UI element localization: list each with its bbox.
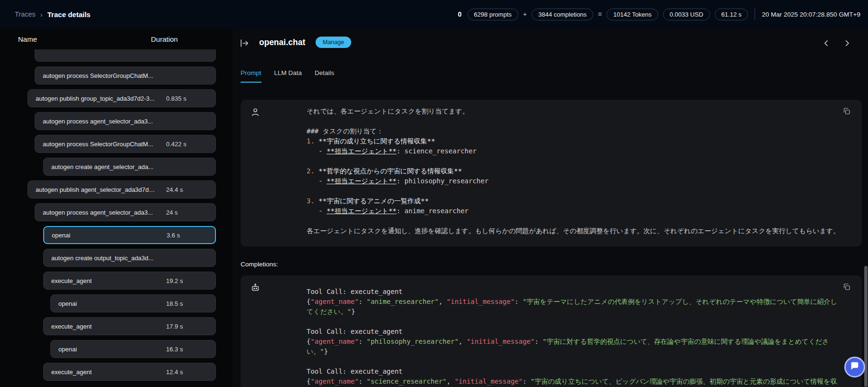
message-line: Tool Call: execute_agent [307,287,843,297]
tree-item[interactable]: execute_agent17.9 s [43,317,216,335]
tree-item-duration: 19.2 s [166,277,183,284]
tree-item-label: autogen publish agent_selector_ada3d7d2.… [28,186,156,193]
trace-stats: 0 6298 prompts + 3844 completions = 1014… [458,9,860,20]
chevron-right-icon [843,39,851,49]
copy-completion-button[interactable] [841,282,852,293]
tree-item[interactable]: openai16.3 s [50,340,216,358]
copy-prompt-button[interactable] [841,106,852,117]
detail-tabs: Prompt LLM Data Details [241,69,334,83]
manage-button[interactable]: Manage [316,37,351,48]
prompt-message-block: それでは、各エージェントにタスクを割り当てます。 ### タスクの割り当て：1.… [241,100,862,246]
tree-item-label: execute_agent [44,277,92,284]
message-line: 3. **宇宙に関するアニメの一覧作成** [307,196,843,206]
breadcrumb-traces-link[interactable]: Traces [15,10,36,18]
prompts-badge: 6298 prompts [467,9,519,20]
message-line [307,186,843,196]
tree-duration-header: Duration [151,35,178,43]
topbar: Traces › Trace details 0 6298 prompts + … [0,0,868,28]
message-line [307,216,843,226]
message-line: {"agent_name": "science_researcher", "in… [307,377,843,387]
tree-item-label: execute_agent [44,368,92,376]
tree-item-label: autogen process agent_selector_ada3... [35,118,153,125]
span-detail-panel: openai.chat Manage Prompt LLM Data Detai… [233,28,868,387]
chevron-left-icon [822,39,831,49]
copy-icon [842,285,851,293]
completion-message-block: Tool Call: execute_agent{"agent_name": "… [241,275,862,387]
tree-item-duration: 16.3 s [166,346,183,353]
detail-content: それでは、各エージェントにタスクを割り当てます。 ### タスクの割り当て：1.… [241,85,862,387]
tree-name-header: Name [18,35,37,43]
duration-badge: 61.12 s [715,9,748,20]
tree-item[interactable]: openai18.5 s [50,294,216,312]
trace-tree-panel: Name Duration autogen process SelectorGr… [0,28,233,387]
tree-item-label: autogen process SelectorGroupChatM... [35,141,153,148]
message-line: 1. **宇宙の成り立ちに関する情報収集** [307,136,843,146]
tree-item[interactable]: autogen process agent_selector_ada3...24… [35,203,216,221]
span-type-icon [240,38,249,50]
tree-item[interactable]: execute_agent12.4 s [43,363,216,381]
tab-llm-data[interactable]: LLM Data [274,69,302,83]
message-line [307,317,843,327]
tree-item-label: openai [51,346,77,353]
bot-avatar-icon [250,283,261,293]
tree-item[interactable]: autogen publish agent_selector_ada3d7d2.… [28,180,216,198]
tree-item[interactable]: autogen process agent_selector_ada3... [35,112,216,130]
span-title: openai.chat [259,38,305,47]
tab-details[interactable]: Details [315,69,334,83]
tree-item-label: autogen process SelectorGroupChatM... [35,72,153,79]
completions-badge: 3844 completions [532,9,593,20]
stats-divider [755,9,755,20]
chat-bubble-icon [849,361,860,373]
trace-timestamp: 20 Mar 2025 20:07:28.850 GMT+9 [762,11,860,18]
tree-item[interactable]: autogen create agent_selector_ada... [43,158,216,176]
message-line: - **担当エージェント**: anime_researcher [307,206,843,216]
tree-item-label: openai [44,232,70,239]
prev-span-button[interactable] [820,37,833,50]
tab-prompt[interactable]: Prompt [241,69,261,83]
tree-item[interactable]: autogen process SelectorGroupChatM... [35,66,216,85]
message-line: 2. **哲学的な視点からの宇宙に関する情報収集** [307,166,843,176]
cost-badge: 0.0033 USD [663,9,710,20]
tree-item[interactable]: execute_agent19.2 s [43,272,216,290]
tree-item[interactable] [35,49,216,62]
stat-zero: 0 [458,10,462,18]
message-line: {"agent_name": "anime_researcher", "init… [307,297,843,317]
message-line: - **担当エージェント**: science_researcher [307,146,843,156]
prompt-message-text: それでは、各エージェントにタスクを割り当てます。 ### タスクの割り当て：1.… [307,106,852,236]
tree-item-duration: 0.835 s [166,95,187,102]
breadcrumb-current: Trace details [47,10,91,19]
tokens-badge: 10142 Tokens [607,9,658,20]
span-navigation [820,37,854,50]
message-line: Tool Call: execute_agent [307,327,843,337]
tree-item-duration: 24 s [166,209,178,216]
message-line: それでは、各エージェントにタスクを割り当てます。 [307,106,843,116]
message-line [307,116,843,126]
tree-item-label: execute_agent [44,323,92,330]
message-line: {"agent_name": "philosophy_researcher", … [307,337,843,357]
tree-item[interactable]: autogen create output_topic_ada3d... [43,249,216,267]
breadcrumb: Traces › Trace details [15,10,91,19]
tree-item-label: autogen publish group_topic_ada3d7d2-3..… [28,95,155,102]
tree-item-label: autogen create output_topic_ada3d... [44,255,153,262]
message-line [307,357,843,367]
trace-tree-list: autogen process SelectorGroupChatM...aut… [0,49,233,387]
tree-item-duration: 18.5 s [166,300,183,307]
plus-sign: + [523,10,527,18]
tree-item-label: openai [51,300,77,307]
breadcrumb-separator-icon: › [40,10,43,19]
next-span-button[interactable] [840,37,854,50]
user-avatar-icon [250,107,261,117]
message-line: 各エージェントにタスクを通知し、進捗を確認します。もし何らかの問題があれば、その… [307,226,843,236]
tree-item-duration: 17.9 s [166,323,183,330]
message-line: ### タスクの割り当て： [307,126,843,136]
completions-label: Completions: [241,261,862,268]
tree-item-duration: 0.422 s [166,141,187,148]
tree-item[interactable]: openai3.6 s [43,226,216,244]
detail-header: openai.chat Manage [233,28,868,58]
tree-item[interactable]: autogen publish group_topic_ada3d7d2-3..… [28,89,216,107]
help-chat-button[interactable] [844,357,865,378]
completion-message-text: Tool Call: execute_agent{"agent_name": "… [307,287,852,387]
message-line: - **担当エージェント**: philosophy_researcher [307,176,843,186]
tree-item[interactable]: autogen process SelectorGroupChatM...0.4… [35,135,216,153]
tree-headers: Name Duration [0,28,233,49]
